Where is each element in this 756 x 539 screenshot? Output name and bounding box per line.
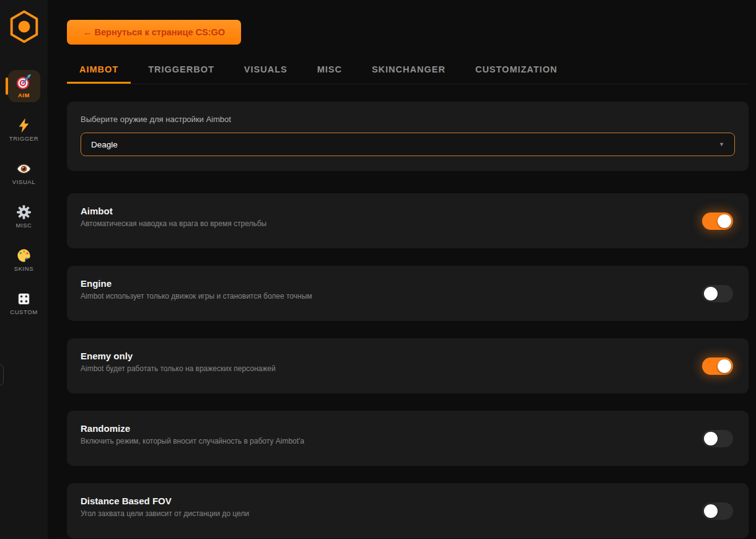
aimbot-toggle[interactable] xyxy=(702,213,733,230)
tab-customization[interactable]: CUSTOMIZATION xyxy=(463,58,569,84)
back-to-csgo-button[interactable]: ← Вернуться к странице CS:GO xyxy=(67,20,241,45)
setting-text: Engine Aimbot использует только движок и… xyxy=(81,278,312,300)
sidebar-item-label: AIM xyxy=(18,92,30,99)
setting-text: Randomize Включить режим, который вносит… xyxy=(81,423,304,445)
sidebar-nav: AIM TRIGGER xyxy=(8,70,40,319)
setting-description: Включить режим, который вносит случайнос… xyxy=(81,437,304,445)
sidebar-item-label: TRIGGER xyxy=(9,135,38,142)
setting-card-distance-based-fov: Distance Based FOV Угол захвата цели зав… xyxy=(67,483,749,538)
setting-text: Enemy only Aimbot будет работать только … xyxy=(81,351,276,373)
toggle-knob xyxy=(704,504,718,518)
sidebar-item-aim[interactable]: AIM xyxy=(8,70,40,102)
sidebar-item-visual[interactable]: VISUAL xyxy=(8,157,40,189)
app-window: AIM TRIGGER xyxy=(0,0,756,539)
sidebar-item-label: VISUAL xyxy=(12,178,35,185)
toggle-knob xyxy=(718,214,731,228)
sidebar-item-label: SKINS xyxy=(14,265,34,272)
eye-icon xyxy=(16,161,32,177)
setting-title: Distance Based FOV xyxy=(81,496,249,506)
drawer-handle[interactable] xyxy=(0,364,4,385)
setting-description: Aimbot будет работать только на вражески… xyxy=(81,364,276,373)
setting-title: Aimbot xyxy=(81,206,266,216)
lightning-icon xyxy=(16,118,32,133)
tab-misc[interactable]: MISC xyxy=(305,58,354,84)
setting-title: Randomize xyxy=(81,423,304,434)
sidebar-item-label: CUSTOM xyxy=(10,309,38,315)
setting-card-aimbot: Aimbot Автоматическая наводка на врага в… xyxy=(67,193,749,248)
setting-text: Aimbot Автоматическая наводка на врага в… xyxy=(81,206,266,228)
sidebar-item-skins[interactable]: SKINS xyxy=(8,243,40,276)
enemy-only-toggle[interactable] xyxy=(702,357,733,375)
dice-icon xyxy=(16,291,32,307)
weapon-select-label: Выберите оружие для настройки Aimbot xyxy=(81,115,735,124)
target-dart-icon xyxy=(16,74,32,90)
palette-icon xyxy=(16,248,32,263)
tab-visuals[interactable]: VISUALS xyxy=(232,58,300,84)
weapon-select-value: Deagle xyxy=(91,140,118,149)
sidebar-item-trigger[interactable]: TRIGGER xyxy=(8,113,40,146)
toggle-knob xyxy=(704,287,718,300)
sidebar: AIM TRIGGER xyxy=(0,0,48,539)
engine-toggle[interactable] xyxy=(702,285,733,302)
distance-based-fov-toggle[interactable] xyxy=(702,502,733,520)
setting-text: Distance Based FOV Угол захвата цели зав… xyxy=(81,496,249,518)
app-logo[interactable] xyxy=(8,9,40,44)
gear-icon xyxy=(16,204,32,220)
toggle-knob xyxy=(718,359,731,373)
tab-aimbot[interactable]: AIMBOT xyxy=(67,58,131,84)
setting-description: Угол захвата цели зависит от дистанции д… xyxy=(81,509,249,518)
setting-title: Engine xyxy=(81,278,312,289)
chevron-down-icon: ▼ xyxy=(719,141,724,147)
setting-card-randomize: Randomize Включить режим, который вносит… xyxy=(67,411,749,466)
tab-skinchanger[interactable]: SKINCHANGER xyxy=(359,58,458,84)
tab-bar: AIMBOT TRIGGERBOT VISUALS MISC SKINCHANG… xyxy=(67,58,749,84)
setting-card-engine: Engine Aimbot использует только движок и… xyxy=(67,266,749,321)
sidebar-item-label: MISC xyxy=(15,222,32,229)
main-content: ← Вернуться к странице CS:GO AIMBOT TRIG… xyxy=(48,0,756,539)
setting-card-enemy-only: Enemy only Aimbot будет работать только … xyxy=(67,338,749,393)
setting-description: Aimbot использует только движок игры и с… xyxy=(81,292,312,300)
randomize-toggle[interactable] xyxy=(702,430,733,447)
sidebar-item-misc[interactable]: MISC xyxy=(8,200,40,232)
sidebar-item-custom[interactable]: CUSTOM xyxy=(8,287,40,319)
weapon-select[interactable]: Deagle ▼ xyxy=(81,133,735,156)
hexagon-logo-icon xyxy=(8,9,40,44)
setting-title: Enemy only xyxy=(81,351,276,361)
setting-description: Автоматическая наводка на врага во время… xyxy=(81,219,266,228)
weapon-select-card: Выберите оружие для настройки Aimbot Dea… xyxy=(67,102,749,171)
toggle-knob xyxy=(704,432,718,445)
tab-triggerbot[interactable]: TRIGGERBOT xyxy=(136,58,227,84)
